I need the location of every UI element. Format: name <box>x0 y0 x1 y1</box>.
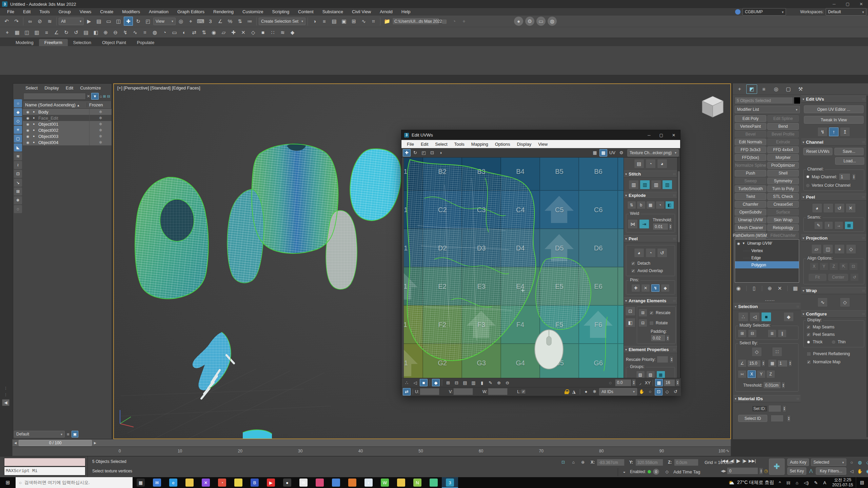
uv-menu-item[interactable]: Options <box>492 142 514 147</box>
uv-brush-grow-icon[interactable]: ⊕ <box>495 379 503 386</box>
collapse-dock-button[interactable]: ◀ <box>2 399 9 406</box>
dock-grip-icon[interactable]: ⋮ <box>4 393 7 396</box>
reshape-smooth-icon[interactable]: ◕ <box>657 159 667 168</box>
uv-snap-settings-icon[interactable]: ↺ <box>672 388 679 395</box>
selection-lock-icon[interactable]: ⌂ <box>570 459 577 466</box>
toolbar2-icon[interactable]: ◧ <box>91 28 100 37</box>
menu-item[interactable]: Civil View <box>348 8 375 16</box>
select-by-element-icon[interactable]: ◆ <box>784 312 794 322</box>
app-folder2-icon[interactable] <box>393 477 409 488</box>
detach-checkbox[interactable]: ✓ <box>631 261 635 266</box>
vest-mesh[interactable] <box>135 177 208 299</box>
modifier-button[interactable]: Sweep <box>735 178 766 184</box>
edit-uvs-rollout-header[interactable]: Edit UVs∷ <box>801 96 866 103</box>
uv-paint-select-icon[interactable]: ✎ <box>487 379 494 386</box>
Object002[interactable]: ◉ ● Object002 ✻ <box>23 127 112 133</box>
keyboard-override-icon[interactable]: ⌨ <box>196 17 205 26</box>
pack-recursive-icon[interactable]: ◧ <box>625 318 635 327</box>
toolbar2-icon[interactable]: ◆ <box>288 28 297 37</box>
ime-indicator[interactable]: A <box>823 480 826 485</box>
explorer-pin-icon[interactable]: ▣ <box>72 431 78 438</box>
u-field[interactable] <box>420 388 439 395</box>
visibility-eye-icon[interactable]: ◉ <box>23 141 33 144</box>
zoom-all-icon[interactable]: ◍ <box>856 459 864 466</box>
tweak-in-view-button[interactable]: Tweak In View <box>804 116 864 124</box>
prevent-reflattening-checkbox[interactable] <box>807 352 811 356</box>
toolbar2-icon[interactable]: ↺ <box>72 28 81 37</box>
axis-x-button[interactable]: X <box>747 370 756 378</box>
tool-icon[interactable]: ◔ <box>450 17 459 26</box>
app-x-icon[interactable]: ✕ <box>198 477 214 488</box>
modifier-button[interactable]: Shell <box>767 170 799 177</box>
toolbar2-icon[interactable]: ∿ <box>131 28 140 37</box>
stitch-to-source-icon[interactable]: ▥ <box>651 180 661 189</box>
scene-table-header[interactable]: Name (Sorted Ascending) ▲ Frozen <box>23 101 112 109</box>
peel-seams-checkbox[interactable]: ✓ <box>806 332 811 337</box>
select-id-button[interactable]: Select ID <box>738 415 767 422</box>
frozen-toggle-icon[interactable]: ✻ <box>89 127 112 133</box>
padding-spinner[interactable]: ▲▼ <box>666 335 670 342</box>
render-dot-icon[interactable]: ● <box>33 128 37 132</box>
edit-seams-icon[interactable]: ✎ <box>814 221 823 229</box>
tab-motion-icon[interactable]: ◎ <box>771 84 782 94</box>
track-bar[interactable]: 0102030405060708090100 ∿ <box>12 447 731 456</box>
stitch-custom-icon[interactable]: ▥ <box>629 180 639 189</box>
uv-zoom-region-icon[interactable]: ⊡ <box>655 388 663 395</box>
uv-minimize-button[interactable]: ─ <box>648 133 651 138</box>
object-name-field[interactable]: 5 Objects Selected <box>735 97 793 104</box>
uv-absolute-offset-icon[interactable]: ⇄ <box>403 388 411 395</box>
map-channel-field[interactable]: 1 <box>839 173 850 180</box>
Object003[interactable]: ◉ ● Object003 ✻ <box>23 133 112 139</box>
cylindrical-map-icon[interactable]: ◫ <box>823 244 833 254</box>
uv-show-map-icon[interactable]: ▩ <box>599 149 607 157</box>
go-to-start-icon[interactable]: |◀◀ <box>721 459 728 463</box>
matid-field[interactable]: 1 <box>777 360 788 367</box>
uv-close-button[interactable]: ✕ <box>672 133 675 138</box>
uv-loop-icon[interactable]: ▤ <box>461 379 469 386</box>
channel-rollout-header[interactable]: Channel∷ <box>801 139 866 146</box>
network-icon[interactable]: ⌂ <box>796 480 798 485</box>
configure-modifier-sets-icon[interactable]: ▦ <box>792 285 799 292</box>
scene-explorer-menu-item[interactable]: Edit <box>63 85 76 90</box>
microphone-icon[interactable]: 𝍌 <box>786 480 790 485</box>
rescale-priority-spinner[interactable]: ▲▼ <box>670 356 673 363</box>
peel-reset-icon[interactable]: ↺ <box>657 248 667 258</box>
filter-bones-icon[interactable]: ≀ <box>14 161 22 169</box>
select-and-move-icon[interactable]: ✚ <box>124 17 133 26</box>
close-button[interactable]: ✕ <box>854 2 868 6</box>
modifier-button[interactable]: Edit Normals <box>735 139 766 145</box>
zoom-icon[interactable]: ○ <box>848 459 856 466</box>
render-dot-icon[interactable]: ● <box>33 135 37 138</box>
align-to-view-icon[interactable]: ⊡ <box>849 262 858 270</box>
filter-hidden-icon[interactable]: ◌ <box>14 205 22 213</box>
uv-rotate-icon[interactable]: ↻ <box>411 149 419 157</box>
modifier-button[interactable]: Symmetry <box>767 178 799 184</box>
maximize-button[interactable]: ▢ <box>841 2 854 6</box>
uv-grow-selection-icon[interactable]: ⊞ <box>444 379 452 386</box>
glove-mesh[interactable] <box>193 332 234 399</box>
uv-grid-snap-icon[interactable]: ▦ <box>655 379 663 386</box>
edge-to-seam-icon[interactable]: → <box>834 221 843 229</box>
expand-tree-icon[interactable]: ⊞ <box>103 94 106 99</box>
stack-sub-object-level[interactable]: Edge <box>735 254 799 261</box>
uv-zoom-extents-icon[interactable]: ◇ <box>663 388 671 395</box>
planar-angle-icon[interactable]: ∠ <box>738 359 747 367</box>
app-mail-icon[interactable]: ✉ <box>149 477 165 488</box>
group-ungroup-icon[interactable]: ▨ <box>646 371 655 378</box>
notification-center-icon[interactable]: ▤ <box>856 477 868 488</box>
set-key-button[interactable]: Set Key <box>787 467 806 475</box>
toolbar2-icon[interactable]: ▱ <box>219 28 228 37</box>
align-icon[interactable]: ≡ <box>320 17 329 26</box>
selection-filter-dropdown[interactable]: All <box>59 18 84 25</box>
stack-sub-object-level[interactable]: Polygon <box>735 261 799 268</box>
flatten-by-edge-icon[interactable]: ⇅ <box>627 201 636 209</box>
menu-item[interactable]: File <box>3 8 19 16</box>
toolbar2-icon[interactable]: ∠ <box>52 28 61 37</box>
clear-search-icon[interactable]: ✕ <box>87 94 90 99</box>
thin-seam-radio[interactable] <box>831 340 836 344</box>
select-by-cluster-icon[interactable]: ∷ <box>772 347 782 357</box>
snaps-toggle-icon[interactable]: 3 <box>206 17 215 26</box>
frame-arrows-icon[interactable]: ◀▶ <box>721 469 726 473</box>
prev-key-icon[interactable]: ◀| <box>730 459 734 463</box>
minimize-button[interactable]: ─ <box>827 2 841 6</box>
